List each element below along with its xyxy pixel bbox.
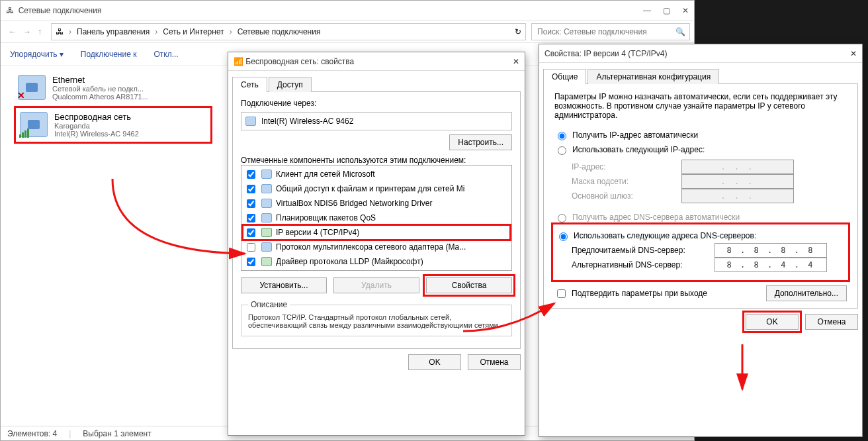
gateway-field: . . . bbox=[681, 189, 794, 203]
address-bar: ← → ↑ 🖧 › Панель управления › Сеть и Инт… bbox=[1, 21, 694, 43]
adapter-icon bbox=[245, 117, 256, 126]
dns-manual-radio[interactable] bbox=[559, 232, 568, 241]
connection-ethernet[interactable]: ✕ Ethernet Сетевой кабель не подкл... Qu… bbox=[14, 71, 212, 105]
ip-address-field: . . . bbox=[681, 160, 794, 174]
wireless-properties-dialog: 📶 Беспроводная сеть: свойства ✕ Сеть Дос… bbox=[228, 52, 525, 436]
crumb-network[interactable]: Сеть и Интернет bbox=[163, 27, 224, 36]
install-button[interactable]: Установить... bbox=[241, 277, 327, 293]
intro-text: Параметры IP можно назначать автоматичес… bbox=[554, 92, 847, 120]
pref-dns-field[interactable]: 8 . 8 . 8 . 8 bbox=[715, 243, 827, 258]
list-item[interactable]: Драйвер протокола LLDP (Майкрософт) bbox=[243, 254, 510, 269]
window-title: Сетевые подключения bbox=[19, 6, 102, 15]
dialog-titlebar: 📶 Беспроводная сеть: свойства ✕ bbox=[228, 52, 525, 71]
list-item[interactable]: VirtualBox NDIS6 Bridged Networking Driv… bbox=[243, 196, 510, 211]
connection-name: Беспроводная сеть bbox=[54, 112, 139, 122]
tab-alternative[interactable]: Альтернативная конфигурация bbox=[587, 69, 719, 84]
list-item[interactable]: Клиент для сетей Microsoft bbox=[243, 167, 510, 181]
tab-network[interactable]: Сеть bbox=[232, 77, 267, 92]
close-button[interactable]: ✕ bbox=[513, 57, 519, 66]
pref-dns-label: Предпочитаемый DNS-сервер: bbox=[572, 243, 711, 258]
cancel-button[interactable]: Отмена bbox=[805, 314, 858, 330]
confirm-label: Подтвердить параметры при выходе bbox=[572, 286, 707, 301]
dialog-titlebar: Свойства: IP версии 4 (TCP/IPv4) ✕ bbox=[539, 44, 862, 63]
properties-button[interactable]: Свойства bbox=[426, 277, 512, 293]
description-group: Описание Протокол TCP/IP. Стандартный пр… bbox=[241, 300, 512, 336]
components-list[interactable]: Клиент для сетей Microsoft Общий доступ … bbox=[241, 165, 512, 271]
list-item[interactable]: Протокол мультиплексора сетевого адаптер… bbox=[243, 240, 510, 254]
dialog-title: Свойства: IP версии 4 (TCP/IPv4) bbox=[544, 49, 668, 58]
confirm-checkbox[interactable] bbox=[557, 289, 566, 298]
up-button[interactable]: ↑ bbox=[38, 27, 42, 36]
close-button[interactable]: ✕ bbox=[682, 6, 689, 15]
adapter-name: Intel(R) Wireless-AC 9462 bbox=[261, 117, 353, 126]
wifi-icon: 📶 bbox=[234, 57, 245, 66]
tab-general[interactable]: Общие bbox=[543, 69, 586, 84]
connection-ssid: Karaganda bbox=[54, 122, 139, 130]
wifi-icon bbox=[20, 112, 48, 137]
back-button[interactable]: ← bbox=[9, 27, 17, 36]
breadcrumb[interactable]: 🖧 › Панель управления › Сеть и Интернет … bbox=[51, 23, 526, 40]
ip-manual-radio[interactable] bbox=[558, 146, 566, 155]
maximize-button[interactable]: ▢ bbox=[663, 6, 670, 15]
connection-adapter: Intel(R) Wireless-AC 9462 bbox=[54, 130, 139, 138]
selected-count: Выбран 1 элемент bbox=[83, 429, 151, 438]
network-icon: 🖧 bbox=[6, 6, 19, 15]
explorer-titlebar: 🖧 Сетевые подключения — ▢ ✕ bbox=[1, 1, 694, 21]
connection-status: Сетевой кабель не подкл... bbox=[52, 85, 148, 93]
ok-button[interactable]: OK bbox=[408, 354, 461, 370]
connection-name: Ethernet bbox=[52, 75, 148, 85]
ip-address-label: IP-адрес: bbox=[572, 160, 677, 174]
cancel-button[interactable]: Отмена bbox=[468, 354, 521, 370]
organize-menu[interactable]: Упорядочить ▾ bbox=[10, 50, 64, 59]
forward-button[interactable]: → bbox=[23, 27, 31, 36]
remove-button[interactable]: Удалить bbox=[333, 277, 419, 293]
dns-manual-group: Использовать следующие адреса DNS-сервер… bbox=[554, 226, 847, 279]
dns-auto-radio[interactable] bbox=[558, 214, 566, 222]
dialog-title: Беспроводная сеть: свойства bbox=[245, 57, 354, 66]
search-icon[interactable]: 🔍 bbox=[675, 27, 685, 36]
tab-content: Подключение через: Intel(R) Wireless-AC … bbox=[232, 92, 521, 349]
description-text: Протокол TCP/IP. Стандартный протокол гл… bbox=[248, 313, 505, 329]
ipv4-properties-dialog: Свойства: IP версии 4 (TCP/IPv4) ✕ Общие… bbox=[539, 44, 863, 437]
list-item-ipv4[interactable]: IP версии 4 (TCP/IPv4) bbox=[243, 225, 510, 240]
alt-dns-label: Альтернативный DNS-сервер: bbox=[572, 258, 711, 272]
search-input[interactable] bbox=[536, 26, 675, 37]
alt-dns-field[interactable]: 8 . 8 . 4 . 4 bbox=[715, 258, 827, 272]
tab-bar: Сеть Доступ bbox=[232, 76, 521, 92]
gateway-label: Основной шлюз: bbox=[572, 189, 677, 203]
minimize-button[interactable]: — bbox=[643, 6, 651, 15]
network-icon: 🖧 bbox=[56, 27, 64, 36]
search-box[interactable]: 🔍 bbox=[531, 23, 690, 40]
subnet-mask-field: . . . bbox=[681, 174, 794, 189]
item-count: Элементов: 4 bbox=[7, 429, 57, 438]
subnet-mask-label: Маска подсети: bbox=[572, 174, 677, 189]
configure-button[interactable]: Настроить... bbox=[449, 134, 512, 150]
advanced-button[interactable]: Дополнительно... bbox=[766, 285, 847, 301]
ip-auto-radio[interactable] bbox=[558, 132, 566, 140]
ethernet-icon: ✕ bbox=[18, 75, 46, 100]
list-item[interactable]: Планировщик пакетов QoS bbox=[243, 211, 510, 225]
tab-bar: Общие Альтернативная конфигурация bbox=[543, 68, 858, 84]
crumb-control-panel[interactable]: Панель управления bbox=[77, 27, 150, 36]
disable-menu[interactable]: Откл... bbox=[153, 50, 178, 59]
connection-adapter: Qualcomm Atheros AR8171... bbox=[52, 93, 148, 101]
adapter-box: Intel(R) Wireless-AC 9462 bbox=[241, 112, 512, 130]
components-label: Отмеченные компоненты используются этим … bbox=[241, 156, 512, 165]
connection-wireless[interactable]: Беспроводная сеть Karaganda Intel(R) Wir… bbox=[14, 106, 212, 144]
list-item[interactable]: Общий доступ к файлам и принтерам для се… bbox=[243, 181, 510, 196]
refresh-button[interactable]: ↻ bbox=[515, 27, 521, 36]
ok-button[interactable]: OK bbox=[746, 314, 799, 330]
crumb-connections[interactable]: Сетевые подключения bbox=[238, 27, 321, 36]
tab-sharing[interactable]: Доступ bbox=[269, 77, 312, 92]
description-label: Описание bbox=[248, 300, 290, 309]
chevron-right-icon: › bbox=[69, 27, 71, 36]
tab-content: Параметры IP можно назначать автоматичес… bbox=[543, 84, 858, 309]
close-button[interactable]: ✕ bbox=[850, 49, 857, 58]
connect-menu[interactable]: Подключение к bbox=[81, 50, 137, 59]
connect-via-label: Подключение через: bbox=[241, 99, 512, 108]
